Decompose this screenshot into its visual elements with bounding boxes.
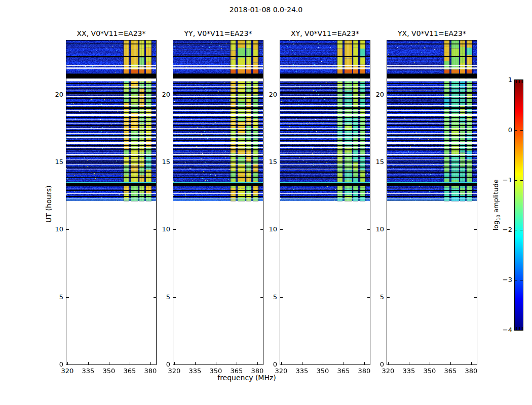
y-tick-label: 0 — [263, 360, 277, 368]
y-tick-label: 5 — [156, 293, 170, 301]
y-tick-label: 5 — [49, 293, 63, 301]
colorbar-tick-label: 1 — [494, 76, 512, 84]
panel-title-yy: YY, V0*V11=EA23* — [167, 29, 269, 37]
colorbar-tick-mark — [520, 230, 523, 230]
x-tick-label: 320 — [164, 367, 184, 375]
x-tick-label: 335 — [399, 367, 419, 375]
colorbar-label-log: log — [492, 221, 500, 231]
panel-yx: YX, V0*V11=EA23*32033535036538005101520 — [387, 40, 477, 365]
x-tick-label: 335 — [185, 367, 205, 375]
y-tick-label: 5 — [263, 293, 277, 301]
spectrogram-canvas-xx — [66, 40, 156, 364]
colorbar-tick-mark — [520, 280, 523, 280]
colorbar-tick-label: −3 — [494, 276, 512, 284]
x-tick-label: 320 — [271, 367, 291, 375]
colorbar-label-rest: amplitude — [492, 179, 500, 215]
x-tick-label: 365 — [120, 367, 140, 375]
y-tick-label: 0 — [156, 360, 170, 368]
spectrogram-canvas-yy — [173, 40, 263, 364]
y-tick-label: 20 — [370, 91, 384, 98]
x-tick-label: 350 — [420, 367, 440, 375]
panel-xx: XX, V0*V11=EA23*32033535036538005101520 — [66, 40, 157, 365]
colorbar-tick-mark — [520, 130, 523, 131]
y-tick-label: 0 — [49, 360, 63, 368]
x-tick-label: 380 — [461, 367, 481, 375]
x-tick-label: 380 — [140, 367, 161, 375]
x-tick-label: 365 — [226, 367, 247, 375]
colorbar-tick-mark — [515, 130, 517, 131]
colorbar-tick-label: 0 — [494, 126, 512, 134]
spectrogram-canvas-yx — [387, 40, 477, 364]
panel-yy: YY, V0*V11=EA23*32033535036538005101520 — [173, 40, 263, 365]
colorbar-bottom-hatch-icon — [515, 327, 523, 330]
x-tick-label: 380 — [247, 367, 268, 375]
y-tick-label: 10 — [156, 225, 170, 233]
y-tick-label: 20 — [263, 91, 277, 98]
x-tick-label: 380 — [354, 367, 374, 375]
x-tick-label: 350 — [206, 367, 226, 375]
x-tick-label: 335 — [292, 367, 312, 375]
y-tick-label: 10 — [370, 225, 384, 233]
panel-title-yx: YX, V0*V11=EA23* — [381, 29, 483, 37]
colorbar-label: log10 amplitude — [492, 175, 501, 235]
colorbar-tick-mark — [515, 180, 517, 181]
figure-title: 2018-01-08 0.0-24.0 — [0, 6, 532, 14]
colorbar-tick-mark — [515, 280, 517, 280]
panel-xy: XY, V0*V11=EA23*32033535036538005101520 — [280, 40, 370, 365]
y-tick-label: 10 — [263, 225, 277, 233]
colorbar — [514, 79, 523, 331]
x-tick-label: 365 — [333, 367, 354, 375]
figure: 2018-01-08 0.0-24.0 UT (hours) frequency… — [0, 0, 532, 405]
y-tick-label: 15 — [156, 158, 170, 166]
colorbar-tick-mark — [515, 230, 517, 230]
panel-title-xx: XX, V0*V11=EA23* — [60, 29, 162, 37]
x-axis-label: frequency (MHz) — [196, 374, 297, 382]
y-tick-label: 15 — [263, 158, 277, 166]
colorbar-tick-label: −4 — [494, 326, 512, 334]
y-tick-label: 20 — [156, 91, 170, 98]
x-tick-label: 350 — [313, 367, 333, 375]
x-tick-label: 320 — [57, 367, 78, 375]
x-tick-label: 320 — [378, 367, 398, 375]
y-tick-label: 15 — [370, 158, 384, 166]
y-tick-label: 20 — [49, 91, 63, 98]
colorbar-tick-mark — [520, 180, 523, 181]
colorbar-top-hatch-icon — [515, 80, 523, 83]
y-tick-label: 10 — [49, 225, 63, 233]
x-tick-label: 365 — [440, 367, 461, 375]
y-tick-label: 0 — [370, 360, 384, 368]
y-tick-label: 15 — [49, 158, 63, 166]
y-tick-label: 5 — [370, 293, 384, 301]
x-tick-label: 350 — [99, 367, 119, 375]
panel-title-xy: XY, V0*V11=EA23* — [274, 29, 376, 37]
x-tick-label: 335 — [78, 367, 98, 375]
colorbar-label-sub: 10 — [496, 215, 501, 220]
spectrogram-canvas-xy — [280, 40, 370, 364]
